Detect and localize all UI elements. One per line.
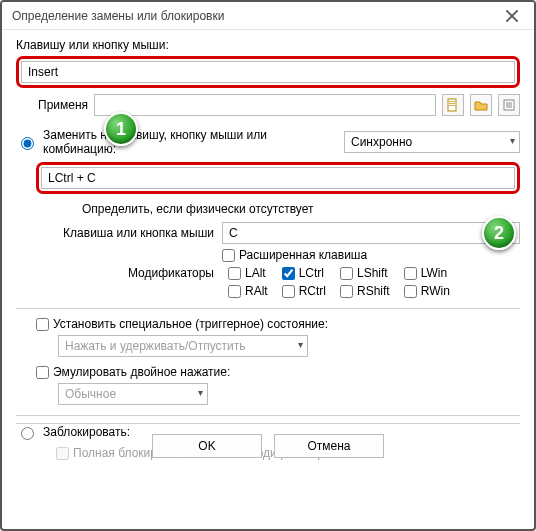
modifiers-label: Модификаторы bbox=[44, 266, 214, 280]
close-button[interactable] bbox=[496, 6, 528, 26]
open-button[interactable] bbox=[470, 94, 492, 116]
combo-input[interactable] bbox=[41, 167, 515, 189]
lwin-checkbox[interactable] bbox=[404, 267, 417, 280]
svg-rect-3 bbox=[449, 101, 455, 102]
rwin-checkbox[interactable] bbox=[404, 285, 417, 298]
document-icon bbox=[446, 98, 460, 112]
cancel-button[interactable]: Отмена bbox=[274, 434, 384, 458]
extended-key-row: Расширенная клавиша bbox=[222, 248, 367, 262]
inner-define: Определить, если физически отсутствует К… bbox=[44, 202, 520, 298]
sync-combo[interactable] bbox=[344, 131, 520, 153]
list-icon bbox=[502, 98, 516, 112]
new-doc-button[interactable] bbox=[442, 94, 464, 116]
apply-row: Применя bbox=[16, 94, 520, 116]
double-mode-combo[interactable] bbox=[58, 383, 208, 405]
highlight-2 bbox=[36, 162, 520, 194]
lshift-label: LShift bbox=[357, 266, 388, 280]
divider-2 bbox=[16, 415, 520, 416]
svg-rect-5 bbox=[449, 105, 455, 106]
rshift-label: RShift bbox=[357, 284, 390, 298]
double-checkbox[interactable] bbox=[36, 366, 49, 379]
extended-key-checkbox[interactable] bbox=[222, 249, 235, 262]
lalt-label: LAlt bbox=[245, 266, 266, 280]
key-or-mouse-label: Клавишу или кнопку мыши: bbox=[16, 38, 520, 52]
trigger-block: Установить специальное (триггерное) сост… bbox=[36, 317, 520, 405]
apply-to-combo[interactable] bbox=[94, 94, 436, 116]
key-c-combo[interactable] bbox=[222, 222, 520, 244]
double-label: Эмулировать двойное нажатие: bbox=[53, 365, 230, 379]
trigger-mode-combo[interactable] bbox=[58, 335, 308, 357]
modifiers-grid: LAlt LCtrl LShift LWin RAlt RCtrl RShift… bbox=[228, 266, 450, 298]
rctrl-checkbox[interactable] bbox=[282, 285, 295, 298]
apply-to-label: Применя bbox=[38, 98, 88, 112]
ralt-label: RAlt bbox=[245, 284, 268, 298]
folder-icon bbox=[474, 98, 488, 112]
svg-rect-4 bbox=[449, 103, 455, 104]
sync-combo-wrap bbox=[344, 131, 520, 153]
divider-1 bbox=[16, 308, 520, 309]
trigger-checkbox[interactable] bbox=[36, 318, 49, 331]
rshift-checkbox[interactable] bbox=[340, 285, 353, 298]
window-title: Определение замены или блокировки bbox=[12, 9, 496, 23]
titlebar: Определение замены или блокировки bbox=[2, 2, 534, 30]
lshift-checkbox[interactable] bbox=[340, 267, 353, 280]
lwin-label: LWin bbox=[421, 266, 447, 280]
define-if-absent-label: Определить, если физически отсутствует bbox=[82, 202, 520, 216]
annotation-marker-1: 1 bbox=[104, 112, 138, 146]
replace-radio[interactable] bbox=[21, 137, 34, 150]
lctrl-label: LCtrl bbox=[299, 266, 324, 280]
lalt-checkbox[interactable] bbox=[228, 267, 241, 280]
replace-radio-label: Заменить на клавишу, кнопку мыши или ком… bbox=[43, 128, 338, 156]
highlight-1 bbox=[16, 56, 520, 88]
key-or-mouse2-label: Клавиша или кнопка мыши bbox=[44, 226, 214, 240]
lctrl-checkbox[interactable] bbox=[282, 267, 295, 280]
dialog-content: Клавишу или кнопку мыши: Применя Заменит… bbox=[2, 30, 534, 470]
rwin-label: RWin bbox=[421, 284, 450, 298]
ok-button[interactable]: OK bbox=[152, 434, 262, 458]
ralt-checkbox[interactable] bbox=[228, 285, 241, 298]
rctrl-label: RCtrl bbox=[299, 284, 326, 298]
list-button[interactable] bbox=[498, 94, 520, 116]
close-icon bbox=[505, 9, 519, 23]
key-input[interactable] bbox=[21, 61, 515, 83]
trigger-label: Установить специальное (триггерное) сост… bbox=[53, 317, 328, 331]
button-bar: OK Отмена bbox=[16, 423, 520, 462]
extended-key-label: Расширенная клавиша bbox=[239, 248, 367, 262]
replace-radio-row: Заменить на клавишу, кнопку мыши или ком… bbox=[16, 128, 520, 156]
annotation-marker-2: 2 bbox=[482, 216, 516, 250]
